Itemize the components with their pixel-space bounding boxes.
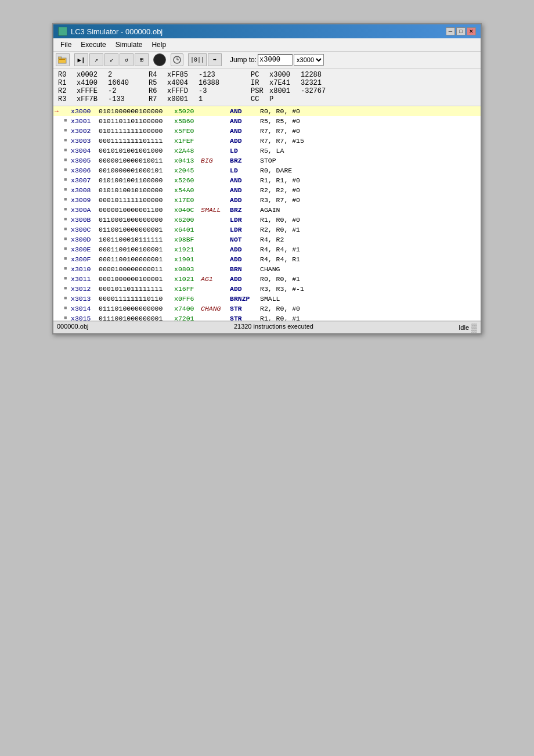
- inst-address: x3015: [71, 314, 99, 321]
- inst-row-x3015[interactable]: ■x3015 0111001000000001x7201STRR1, R0, #…: [53, 314, 481, 321]
- inst-row-x3006[interactable]: ■x3006 0010000001000101x2045LDR0, DARE: [53, 165, 481, 175]
- inst-address: x3012: [71, 284, 99, 294]
- status-executed: 21320 instructions executed: [234, 323, 313, 332]
- rewind-button[interactable]: ↺: [120, 53, 134, 66]
- breakpoint-dot[interactable]: ■: [64, 304, 71, 314]
- reg-R5: R5 x4004 16388: [149, 79, 228, 87]
- breakpoint-dot[interactable]: ■: [64, 215, 71, 225]
- inst-row-x300A[interactable]: ■x300A 0000010000001100x040CSMALLBRZAGAI…: [53, 205, 481, 215]
- breakpoint-dot[interactable]: ■: [64, 314, 71, 321]
- inst-args: R2, R2, #0: [260, 185, 330, 195]
- inst-row-x3003[interactable]: ■x3003 0001111111101111x1FEFADDR7, R7, #…: [53, 136, 481, 146]
- jump-to-input[interactable]: [258, 54, 293, 66]
- inst-args: R7, R7, #15: [260, 136, 330, 146]
- breakpoint-dot[interactable]: ■: [64, 185, 71, 195]
- breakpoint-dot[interactable]: ■: [64, 264, 71, 274]
- status-bar: 000000.obj 21320 instructions executed I…: [53, 321, 481, 333]
- reg-IR: IR x7E41 32321: [251, 79, 330, 87]
- inst-row-x3001[interactable]: ■x3001 0101101101100000x5B60ANDR5, R5, #…: [53, 116, 481, 126]
- inst-row-x3005[interactable]: ■x3005 0000010000010011x0413BIGBRZSTOP: [53, 156, 481, 165]
- reg-R6: R6 xFFFD -3: [149, 87, 228, 95]
- breakpoint-dot[interactable]: ■: [64, 146, 71, 156]
- menu-simulate[interactable]: Simulate: [111, 39, 147, 50]
- inst-hex: x1901: [174, 254, 201, 264]
- breakpoint-dot[interactable]: ■: [64, 195, 71, 205]
- continue-button[interactable]: ➡: [208, 53, 222, 66]
- load-button[interactable]: ⊞: [135, 53, 149, 66]
- breakpoint-dot[interactable]: ■: [64, 136, 71, 146]
- inst-hex: x5020: [174, 106, 201, 116]
- breakpoint-dot[interactable]: ■: [64, 175, 71, 185]
- inst-opcode: AND: [230, 175, 260, 185]
- inst-binary: 0001011011111111: [99, 284, 174, 294]
- inst-address: x3009: [71, 195, 99, 205]
- breakpoint-dot[interactable]: ■: [64, 254, 71, 264]
- inst-address: x3010: [71, 264, 99, 274]
- breakpoint-dot[interactable]: ■: [64, 165, 71, 175]
- svg-rect-1: [58, 57, 62, 59]
- menu-file[interactable]: File: [56, 39, 76, 50]
- inst-row-x3007[interactable]: ■x3007 0101001001100000x5260ANDR1, R1, #…: [53, 175, 481, 185]
- run-button[interactable]: [153, 53, 166, 66]
- inst-row-x3012[interactable]: ■x3012 0001011011111111x16FFADDR3, R3, #…: [53, 284, 481, 294]
- inst-row-x300B[interactable]: ■x300B 0110001000000000x6200LDRR1, R0, #…: [53, 215, 481, 225]
- inst-binary: 0101010010100000: [99, 185, 174, 195]
- step-over-button[interactable]: ↗: [89, 53, 103, 66]
- inst-row-x300D[interactable]: ■x300D 1001100010111111x98BFNOTR4, R2: [53, 235, 481, 244]
- minimize-button[interactable]: ─: [446, 27, 455, 35]
- inst-row-x300E[interactable]: ■x300E 0001100100100001x1921ADDR4, R4, #…: [53, 244, 481, 254]
- inst-row-x3004[interactable]: ■x3004 0010101001001000x2A48LDR5, LA: [53, 146, 481, 156]
- reg-PC: PC x3000 12288: [251, 71, 330, 79]
- inst-opcode: ADD: [230, 244, 260, 254]
- close-button[interactable]: ✕: [467, 27, 476, 35]
- inst-row-x3011[interactable]: ■x3011 0001000000100001x1021AG1ADDR0, R0…: [53, 274, 481, 284]
- inst-opcode: STR: [230, 304, 260, 314]
- open-button[interactable]: [56, 53, 70, 66]
- inst-row-x3009[interactable]: ■x3009 0001011111100000x17E0ADDR3, R7, #…: [53, 195, 481, 205]
- inst-row-x3000[interactable]: →x3000 0101000000100000x5020ANDR0, R0, #…: [53, 106, 481, 116]
- inst-address: x3003: [71, 136, 99, 146]
- current-arrow: →: [55, 106, 64, 116]
- inst-row-x300C[interactable]: ■x300C 0110010000000001x6401LDRR2, R0, #…: [53, 225, 481, 235]
- inst-hex: x1021: [174, 274, 201, 284]
- inst-row-x3002[interactable]: ■x3002 0101111111100000x5FE0ANDR7, R7, #…: [53, 126, 481, 136]
- inst-address: x300C: [71, 225, 99, 235]
- inst-row-x3014[interactable]: ■x3014 0111010000000000x7400CHANGSTRR2, …: [53, 304, 481, 314]
- breakpoint-dot[interactable]: ■: [64, 284, 71, 294]
- breakpoint-dot[interactable]: ■: [64, 116, 71, 126]
- breakpoint-dot[interactable]: ■: [64, 205, 71, 215]
- inst-hex: x5FE0: [174, 126, 201, 136]
- inst-hex: x7400: [174, 304, 201, 314]
- inst-args: R1, R0, #1: [260, 314, 330, 321]
- menu-help[interactable]: Help: [147, 39, 171, 50]
- inst-row-x3010[interactable]: ■x3010 0000100000000011x0803BRNCHANG: [53, 264, 481, 274]
- inst-address: x3000: [71, 106, 99, 116]
- inst-binary: 0000010000010011: [99, 156, 174, 165]
- inst-hex: x6401: [174, 225, 201, 235]
- inst-row-x3008[interactable]: ■x3008 0101010010100000x54A0ANDR2, R2, #…: [53, 185, 481, 195]
- inst-args: R3, R7, #0: [260, 195, 330, 205]
- breakpoint-dot[interactable]: ■: [64, 294, 71, 304]
- breakpoint-dot[interactable]: ■: [64, 156, 71, 165]
- instruction-memory[interactable]: →x3000 0101000000100000x5020ANDR0, R0, #…: [53, 106, 481, 321]
- breakpoint-dot[interactable]: ■: [64, 274, 71, 284]
- step-into-button[interactable]: ▶|: [74, 53, 88, 66]
- inst-row-x300F[interactable]: ■x300F 0001100100000001x1901ADDR4, R4, R…: [53, 254, 481, 264]
- inst-args: R1, R1, #0: [260, 175, 330, 185]
- run-steps-button[interactable]: |0||: [188, 53, 207, 66]
- inst-args: R4, R2: [260, 235, 330, 244]
- breakpoint-dot[interactable]: ■: [64, 126, 71, 136]
- maximize-button[interactable]: □: [456, 27, 466, 35]
- inst-opcode: AND: [230, 126, 260, 136]
- breakpoint-dot[interactable]: ■: [64, 235, 71, 244]
- breakpoint-dot[interactable]: ■: [64, 225, 71, 235]
- jump-to-dropdown[interactable]: x3000: [294, 54, 324, 66]
- clock-button[interactable]: [171, 53, 183, 66]
- inst-opcode: BRZ: [230, 205, 260, 215]
- inst-row-x3013[interactable]: ■x3013 0000111111110110x0FF6BRNZPSMALL: [53, 294, 481, 304]
- inst-args: R5, R5, #0: [260, 116, 330, 126]
- menu-execute[interactable]: Execute: [76, 39, 110, 50]
- step-out-button[interactable]: ↙: [104, 53, 118, 66]
- breakpoint-dot[interactable]: ■: [64, 244, 71, 254]
- title-bar: LC3 Simulator - 000000.obj ─ □ ✕: [53, 24, 481, 38]
